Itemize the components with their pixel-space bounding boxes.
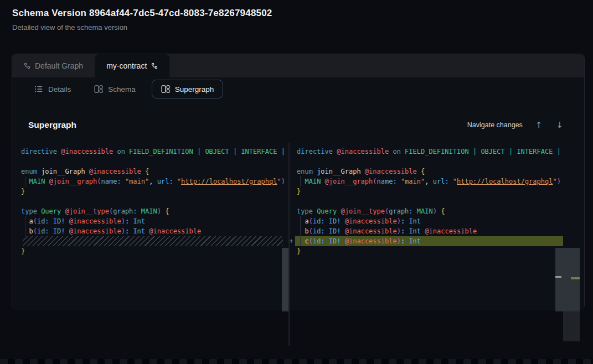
tab-details[interactable]: Details [27, 80, 78, 98]
indent-guide [300, 216, 301, 226]
code-line: type Query @join__type(graph: MAIN) { [12, 206, 289, 216]
indent-guide [300, 236, 301, 246]
subtab-label: Schema [108, 85, 136, 93]
tab-default-graph[interactable]: Default Graph [12, 54, 95, 77]
supergraph-heading: Supergraph [28, 120, 76, 130]
navigate-changes-label: Navigate changes [467, 121, 523, 129]
code-line: directive @inaccessible on FIELD_DEFINIT… [12, 147, 289, 157]
deleted-placeholder-line [23, 236, 283, 246]
left-pane-scrollbar-thumb[interactable] [282, 248, 288, 311]
tab-my-contract[interactable]: my-contract [95, 54, 169, 77]
indent-guide [25, 216, 25, 226]
code-line: MAIN @join__graph(name: "main", url: "ht… [12, 176, 289, 186]
code-line: b(id: ID! @inaccessible): Int @inaccessi… [12, 226, 289, 236]
code-line: a(id: ID! @inaccessible): Int [12, 216, 289, 226]
tab-label: my-contract [106, 61, 147, 70]
branch-icon [24, 63, 30, 69]
code-line: enum join__Graph @inaccessible { [290, 167, 584, 176]
diff-pane-original[interactable]: directive @inaccessible on FIELD_DEFINIT… [12, 143, 289, 310]
bottom-dashed-scroll-track [0, 359, 593, 364]
code-line: type Query @join__type(graph: MAIN) { [290, 206, 584, 216]
panels-icon [161, 85, 170, 93]
page-header: Schema Version 8964af44-7dc5-47cd-8083-7… [12, 8, 272, 32]
schema-diff-editor: directive @inaccessible on FIELD_DEFINIT… [12, 143, 584, 310]
code-line: a(id: ID! @inaccessible): Int [290, 216, 584, 226]
panels-icon [94, 85, 103, 93]
subtab-label: Supergraph [175, 85, 214, 93]
schema-version-card: Default Graph my-contract [12, 54, 585, 310]
previous-change-button[interactable]: ↑ [534, 121, 544, 129]
code-line: directive @inaccessible on FIELD_DEFINIT… [290, 147, 584, 157]
tab-supergraph[interactable]: Supergraph [152, 80, 224, 98]
indent-guide [300, 176, 301, 186]
page-title: Schema Version 8964af44-7dc5-47cd-8083-7… [12, 8, 272, 19]
variant-tab-bar: Default Graph my-contract [12, 54, 584, 77]
tab-schema[interactable]: Schema [87, 80, 143, 98]
code-line: MAIN @join__graph(name: "main", url: "ht… [290, 176, 584, 186]
code-line [290, 157, 584, 167]
code-line [12, 196, 289, 206]
added-line-plus-marker: + [287, 236, 296, 246]
code-line: enum join__Graph @inaccessible { [12, 167, 289, 176]
code-line: b(id: ID! @inaccessible): Int @inaccessi… [290, 226, 584, 236]
next-change-button[interactable]: ↓ [555, 121, 564, 129]
indent-guide [25, 176, 25, 186]
code-line [290, 196, 584, 206]
overview-ruler-added-mark [571, 277, 580, 279]
list-icon [34, 85, 43, 93]
indent-guide [25, 226, 25, 236]
right-pane-overview-slider-tail [563, 311, 580, 341]
code-line: } [290, 246, 584, 256]
added-code-line: c(id: ID! @inaccessible): Int [295, 236, 563, 246]
view-tab-bar: Details Schema Supergraph [12, 79, 584, 100]
code-line: } [12, 246, 289, 256]
code-line: } [290, 186, 584, 196]
diff-pane-modified[interactable]: directive @inaccessible on FIELD_DEFINIT… [290, 143, 584, 310]
code-line: } [12, 186, 289, 196]
tab-label: Default Graph [35, 61, 83, 70]
right-pane-overview-slider[interactable] [555, 248, 580, 311]
navigate-changes-controls: Navigate changes ↑ ↓ [467, 121, 564, 129]
code-line [12, 157, 289, 167]
supergraph-panel-header: Supergraph Navigate changes ↑ ↓ [12, 100, 584, 130]
overview-ruler-change-mark [555, 276, 561, 278]
subtab-label: Details [48, 85, 71, 93]
page-subtitle: Detailed view of the schema version [12, 23, 272, 32]
indent-guide [300, 226, 301, 236]
branch-icon [151, 63, 158, 69]
